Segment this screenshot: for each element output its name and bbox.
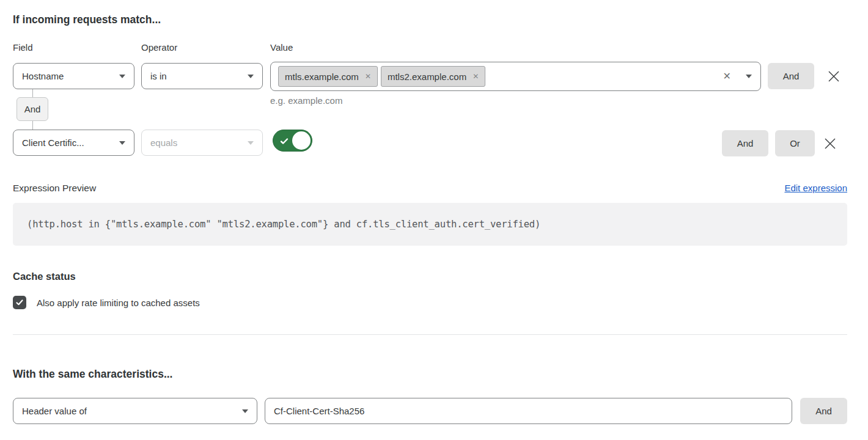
- check-icon: [15, 298, 24, 307]
- operator-select-row1[interactable]: is in: [141, 63, 263, 89]
- chevron-down-icon: [119, 75, 125, 78]
- chevron-down-icon: [248, 141, 254, 145]
- match-section-title: If incoming requests match...: [13, 13, 161, 26]
- and-button-row1[interactable]: And: [768, 63, 814, 89]
- tag-remove-icon[interactable]: ✕: [473, 73, 479, 80]
- operator-column-label: Operator: [141, 42, 177, 53]
- cache-status-title: Cache status: [13, 271, 76, 282]
- header-name-field-wrap: [265, 398, 792, 424]
- and-button-row2[interactable]: And: [722, 130, 768, 156]
- field-select-row1[interactable]: Hostname: [13, 63, 134, 89]
- section-divider: [13, 334, 847, 335]
- chevron-down-icon[interactable]: [746, 75, 752, 78]
- characteristics-title: With the same characteristics...: [13, 368, 172, 381]
- expression-code: (http.host in {"mtls.example.com" "mtls2…: [27, 219, 540, 230]
- clear-values-icon[interactable]: ✕: [723, 72, 731, 81]
- delete-row2-icon[interactable]: [823, 136, 837, 153]
- expression-preview-box: (http.host in {"mtls.example.com" "mtls2…: [13, 203, 847, 246]
- expression-preview-label: Expression Preview: [13, 183, 96, 194]
- and-button-characteristics[interactable]: And: [800, 398, 847, 424]
- value-helper-text: e.g. example.com: [270, 95, 342, 106]
- tag-remove-icon[interactable]: ✕: [365, 73, 371, 80]
- value-tag-label: mtls2.example.com: [388, 72, 466, 82]
- edit-expression-link[interactable]: Edit expression: [784, 183, 847, 193]
- toggle-knob: [292, 131, 311, 150]
- delete-row1-icon[interactable]: [826, 69, 841, 86]
- value-tag: mtls.example.com ✕: [278, 66, 378, 87]
- field-column-label: Field: [13, 42, 33, 53]
- value-column-label: Value: [270, 42, 293, 53]
- field-select-row2[interactable]: Client Certific...: [13, 130, 134, 156]
- value-tag: mtls2.example.com ✕: [381, 66, 485, 87]
- operator-select-row2-disabled: equals: [141, 130, 263, 156]
- cached-assets-checkbox[interactable]: [13, 296, 26, 309]
- characteristic-select[interactable]: Header value of: [13, 398, 257, 424]
- value-tag-label: mtls.example.com: [285, 72, 359, 82]
- or-button-row2[interactable]: Or: [775, 130, 815, 156]
- chevron-down-icon: [242, 409, 248, 413]
- operator-select-row1-value: is in: [150, 71, 167, 81]
- field-select-row1-value: Hostname: [22, 71, 64, 81]
- value-multiselect-row1[interactable]: mtls.example.com ✕ mtls2.example.com ✕ ✕: [270, 62, 761, 91]
- rule-builder-panel: If incoming requests match... Field Oper…: [0, 0, 868, 440]
- chevron-down-icon: [248, 75, 254, 78]
- field-select-row2-value: Client Certific...: [22, 138, 84, 148]
- connector-and-button[interactable]: And: [17, 97, 48, 121]
- cached-assets-checkbox-label: Also apply rate limiting to cached asset…: [37, 298, 200, 308]
- cert-verified-toggle[interactable]: [273, 130, 312, 152]
- header-name-input[interactable]: [265, 398, 792, 424]
- check-icon: [279, 136, 289, 146]
- operator-select-row2-placeholder: equals: [150, 138, 177, 148]
- characteristic-select-value: Header value of: [22, 406, 87, 416]
- chevron-down-icon: [119, 141, 125, 145]
